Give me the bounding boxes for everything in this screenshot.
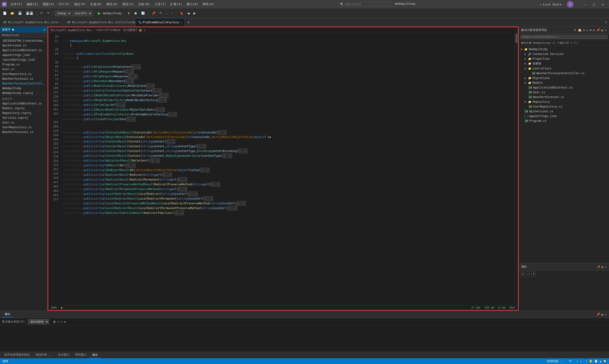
menu-help[interactable]: 帮助(H) <box>201 1 216 7</box>
live-share-btn[interactable]: ↗ Live Share <box>537 2 564 7</box>
step-over-btn[interactable]: ↷ <box>158 11 163 16</box>
tab-command-window[interactable]: 命令窗口 <box>56 352 72 358</box>
menu-analyze[interactable]: 分析(N) <box>136 1 152 7</box>
tree-item-weathercontroller[interactable]: C# WeatherForecastController.cs <box>519 71 609 76</box>
props-new-btn[interactable]: ✦ <box>531 272 536 276</box>
cpu-select[interactable]: Any CPU <box>72 11 92 16</box>
status-lang[interactable]: 中 <box>568 359 573 363</box>
close-breadcrumb[interactable]: ✕ <box>144 28 145 32</box>
props-dock[interactable]: ◧ <box>602 265 604 269</box>
tree-item-connected-services[interactable]: ▶ 🔗 Connected Services <box>519 52 609 56</box>
bookmark-btn[interactable]: 🔖 <box>178 11 185 16</box>
sel-item-12[interactable]: ApplicationDbContext.cs <box>0 101 47 106</box>
output-clear-icon[interactable]: 🗑 <box>53 320 56 324</box>
output-scroll-icon[interactable]: ⬇ <box>61 320 63 324</box>
output-tab[interactable]: 输出 <box>2 311 13 318</box>
sel-item-6[interactable]: User.cs <box>0 67 47 72</box>
tab-immediate-window[interactable]: 即时窗口 <box>73 352 89 358</box>
sel-item-14[interactable]: Repository.csproj <box>0 111 47 115</box>
tab-error-list[interactable]: 错误列表... <box>33 352 55 358</box>
next-bookmark-btn[interactable]: ▶ <box>192 11 197 16</box>
sel-item-18[interactable]: WeatherForecast.cs <box>0 130 47 134</box>
output-dock[interactable]: ◧ <box>601 312 603 316</box>
prev-bookmark-btn[interactable]: ◀ <box>186 11 191 16</box>
props-pin[interactable]: 📌 <box>597 265 600 269</box>
tree-item-properties[interactable]: ▶ 📁 Properties <box>519 56 609 61</box>
close-tab-cb[interactable]: ✕ <box>140 21 142 24</box>
se-search-bar[interactable] <box>519 34 609 40</box>
sel-item-11[interactable]: WebApiStudy.csproj <box>0 91 47 95</box>
vertical-scrollbar[interactable] <box>515 33 518 305</box>
tree-item-weatherforecast[interactable]: C# WeatherForecast.cs <box>519 95 609 99</box>
redo-btn[interactable]: ↷ <box>45 11 51 16</box>
sel-item-2[interactable]: ApplicationDbContext.cs <box>0 48 47 52</box>
se-sync-icon[interactable]: ⟳ <box>574 28 576 32</box>
tree-item-user[interactable]: C# User.cs <box>519 90 609 95</box>
search-box[interactable]: 🔍 <box>338 2 390 7</box>
output-wrap-icon[interactable]: ↩ <box>57 320 59 324</box>
debug-mode-select[interactable]: Debug <box>55 11 71 16</box>
tab-problemdetails[interactable]: 🔧 ProblemDetailsFactory ✕ <box>135 18 185 26</box>
props-sort-btn[interactable]: ↕ <box>526 272 530 276</box>
menu-window[interactable]: 窗口(W) <box>185 1 200 7</box>
props-close[interactable]: ✕ <box>605 265 607 269</box>
add-tab-btn[interactable]: + <box>185 20 192 25</box>
sel-item-16[interactable]: User.cs <box>0 120 47 125</box>
tree-item-repository[interactable]: ▼ 📁 Repository <box>519 99 609 104</box>
sel-item-13[interactable]: Models.csproj <box>0 106 47 111</box>
sel-item-9[interactable]: WeatherForecastController.cs* <box>0 81 47 86</box>
sel-item-5[interactable]: Program.cs <box>0 62 47 67</box>
status-add-to-source[interactable]: 添加到源... <box>546 359 564 363</box>
tree-item-program[interactable]: C# Program.cs <box>519 118 609 123</box>
tree-item-apiversions[interactable]: C# ApiVersions.cs <box>519 109 609 114</box>
menu-edit[interactable]: 编辑(E) <box>25 1 40 7</box>
se-filter-icon[interactable]: ⚙ <box>583 28 585 32</box>
run-btn[interactable]: ▶ <box>96 11 102 16</box>
tree-item-userrepo[interactable]: C# UserRepository.cs <box>519 104 609 109</box>
tree-item-project[interactable]: ▼ 📁 WebApiStudy <box>519 47 609 52</box>
save-all-btn[interactable]: 💾💾 <box>24 11 35 16</box>
minimize-btn[interactable]: — <box>581 1 590 8</box>
sel-item-1[interactable]: ApiVersions.cs <box>0 43 47 48</box>
tree-item-appsettings[interactable]: { } appsettings.json <box>519 114 609 118</box>
maximize-btn[interactable]: □ <box>590 1 598 8</box>
scrollbar-thumb[interactable] <box>516 34 518 43</box>
se-pin-icon[interactable]: 📌 <box>596 28 600 32</box>
tab-core[interactable]: C# Microsoft.AspNetCore.Mvc.Core ✕ <box>0 18 64 26</box>
code-text[interactable]: ····namespace Microsoft.AspNetCore.Mvc {… <box>60 33 515 305</box>
tree-item-deps[interactable]: ▶ 📁 依赖项 <box>519 61 609 66</box>
close-tab-core[interactable]: ✕ <box>59 21 61 24</box>
step-into-btn[interactable]: ↓ <box>164 11 169 16</box>
tree-item-controllers[interactable]: ▼ 📁 Controllers <box>519 66 609 71</box>
output-source-select[interactable]: 服务依赖项 <box>28 319 49 324</box>
search-input[interactable] <box>345 3 383 6</box>
se-home-icon[interactable]: 🏠 <box>578 28 582 32</box>
output-pin[interactable]: 📌 <box>596 312 600 316</box>
close-btn[interactable]: ✕ <box>598 1 607 8</box>
sel-item-17[interactable]: UserRepository.cs <box>0 125 47 130</box>
menu-build[interactable]: 生成(B) <box>88 1 104 7</box>
tab-output-active[interactable]: 输出 <box>90 352 100 358</box>
close-tab-pd[interactable]: ✕ <box>180 21 182 24</box>
se-refresh-icon[interactable]: ↻ <box>586 28 588 32</box>
new-vertical-tab-btn[interactable]: + <box>603 20 609 25</box>
open-btn[interactable]: 📂 <box>9 11 16 16</box>
output-settings-icon[interactable]: ⚙ <box>64 320 66 324</box>
tree-item-appdbcontext[interactable]: C# ApplicationDbContext.cs <box>519 85 609 90</box>
step-out-btn[interactable]: ↑ <box>170 11 174 16</box>
tree-item-models[interactable]: ▼ 📁 Models <box>519 80 609 85</box>
se-dock-left[interactable]: ◧ <box>601 28 603 32</box>
menu-view[interactable]: 视图(V) <box>41 1 56 7</box>
sel-item-7[interactable]: UserRepository.cs <box>0 72 47 76</box>
menu-test[interactable]: 测试(S) <box>120 1 136 7</box>
attach-btn[interactable]: 📌 <box>150 11 157 16</box>
sel-item-10[interactable]: WebApiStudy <box>0 86 47 91</box>
menu-tools[interactable]: 工具(T) <box>153 1 168 7</box>
sel-item-8[interactable]: WeatherForecast.cs <box>0 76 47 81</box>
tab-controllerbase[interactable]: C# Microsoft.AspNetCore.Mvc.ControllerBa… <box>64 18 135 26</box>
save-btn[interactable]: 💾 <box>17 11 23 16</box>
pause-btn[interactable]: ⏸ <box>126 11 132 16</box>
se-settings-icon[interactable]: ⚙ <box>593 28 595 32</box>
restart-btn[interactable]: 🔄 <box>140 11 146 16</box>
user-avatar[interactable]: U <box>567 1 573 8</box>
